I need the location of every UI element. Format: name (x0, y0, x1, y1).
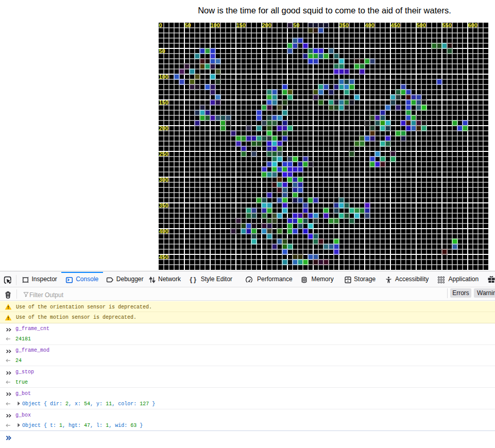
svg-text:200: 200 (262, 23, 271, 28)
svg-text:450: 450 (159, 254, 168, 260)
svg-text:150: 150 (236, 23, 246, 28)
svg-text:400: 400 (159, 228, 168, 234)
svg-text:250: 250 (159, 151, 168, 157)
svg-text:50: 50 (185, 23, 191, 28)
svg-text:100: 100 (211, 23, 220, 28)
svg-text:600: 600 (468, 23, 477, 28)
svg-text:200: 200 (159, 125, 168, 131)
svg-text:550: 550 (442, 23, 452, 28)
svg-text:150: 150 (159, 99, 168, 106)
svg-text:350: 350 (159, 202, 168, 209)
svg-text:300: 300 (159, 177, 168, 183)
svg-text:50: 50 (159, 48, 165, 54)
svg-text:350: 350 (339, 23, 349, 28)
svg-text:450: 450 (391, 23, 400, 28)
svg-text:400: 400 (365, 23, 374, 28)
svg-text:500: 500 (417, 23, 426, 28)
svg-text:100: 100 (159, 74, 168, 80)
svg-text:0: 0 (159, 23, 162, 28)
